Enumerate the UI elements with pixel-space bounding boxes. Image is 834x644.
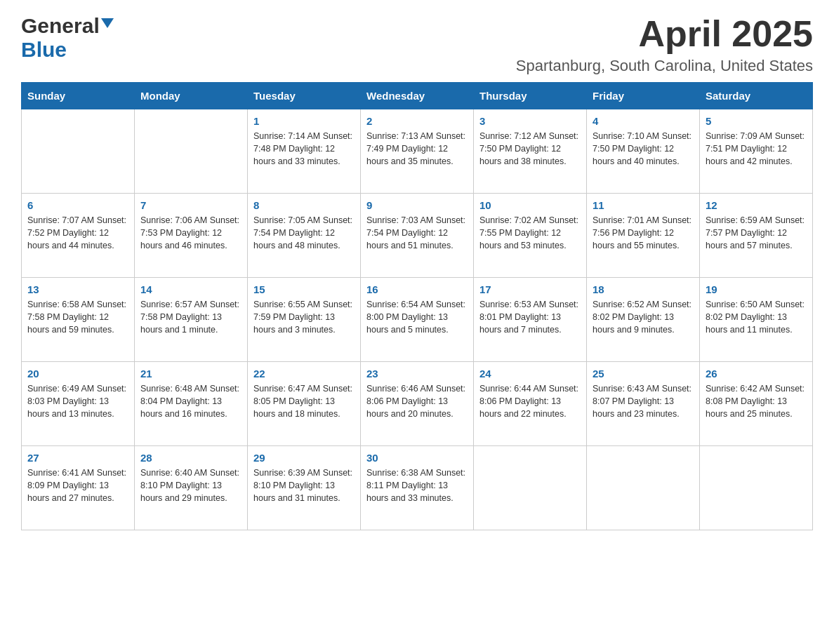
logo-blue-text: Blue: [21, 38, 67, 62]
calendar-day-28: 28Sunrise: 6:40 AM Sunset: 8:10 PM Dayli…: [135, 446, 248, 530]
day-info: Sunrise: 6:43 AM Sunset: 8:07 PM Dayligh…: [593, 382, 694, 420]
day-info: Sunrise: 7:13 AM Sunset: 7:49 PM Dayligh…: [366, 130, 468, 168]
day-info: Sunrise: 6:44 AM Sunset: 8:06 PM Dayligh…: [479, 382, 581, 420]
calendar-day-24: 24Sunrise: 6:44 AM Sunset: 8:06 PM Dayli…: [474, 362, 587, 446]
weekday-header-thursday: Thursday: [474, 83, 587, 109]
calendar-week-row: 27Sunrise: 6:41 AM Sunset: 8:09 PM Dayli…: [22, 446, 813, 530]
calendar-day-2: 2Sunrise: 7:13 AM Sunset: 7:49 PM Daylig…: [361, 109, 474, 194]
calendar-day-12: 12Sunrise: 6:59 AM Sunset: 7:57 PM Dayli…: [700, 194, 813, 278]
calendar-day-19: 19Sunrise: 6:50 AM Sunset: 8:02 PM Dayli…: [700, 278, 813, 362]
day-info: Sunrise: 6:54 AM Sunset: 8:00 PM Dayligh…: [366, 298, 468, 336]
day-number: 2: [366, 115, 468, 127]
day-info: Sunrise: 6:50 AM Sunset: 8:02 PM Dayligh…: [706, 298, 807, 336]
calendar-day-8: 8Sunrise: 7:05 AM Sunset: 7:54 PM Daylig…: [248, 194, 361, 278]
weekday-header-monday: Monday: [135, 83, 248, 109]
calendar-empty-cell: [474, 446, 587, 530]
day-number: 1: [253, 115, 355, 127]
calendar-empty-cell: [22, 109, 135, 194]
day-number: 10: [479, 199, 581, 211]
calendar-day-22: 22Sunrise: 6:47 AM Sunset: 8:05 PM Dayli…: [248, 362, 361, 446]
day-info: Sunrise: 7:07 AM Sunset: 7:52 PM Dayligh…: [27, 214, 128, 252]
day-number: 15: [253, 283, 355, 295]
calendar-day-6: 6Sunrise: 7:07 AM Sunset: 7:52 PM Daylig…: [22, 194, 135, 278]
title-area: April 2025 Spartanburg, South Carolina, …: [516, 14, 813, 75]
day-number: 19: [706, 283, 807, 295]
day-info: Sunrise: 6:47 AM Sunset: 8:05 PM Dayligh…: [253, 382, 355, 420]
calendar-day-29: 29Sunrise: 6:39 AM Sunset: 8:10 PM Dayli…: [248, 446, 361, 530]
day-info: Sunrise: 6:49 AM Sunset: 8:03 PM Dayligh…: [27, 382, 128, 420]
location-title: Spartanburg, South Carolina, United Stat…: [516, 57, 813, 75]
day-number: 23: [366, 368, 468, 380]
day-info: Sunrise: 6:39 AM Sunset: 8:10 PM Dayligh…: [253, 467, 355, 504]
day-number: 26: [706, 368, 807, 380]
day-number: 13: [27, 283, 128, 295]
calendar-empty-cell: [587, 446, 700, 530]
day-number: 5: [706, 115, 807, 127]
day-info: Sunrise: 7:10 AM Sunset: 7:50 PM Dayligh…: [593, 130, 694, 168]
calendar-day-11: 11Sunrise: 7:01 AM Sunset: 7:56 PM Dayli…: [587, 194, 700, 278]
day-number: 11: [593, 199, 694, 211]
weekday-header-row: SundayMondayTuesdayWednesdayThursdayFrid…: [22, 83, 813, 109]
calendar-day-7: 7Sunrise: 7:06 AM Sunset: 7:53 PM Daylig…: [135, 194, 248, 278]
day-number: 16: [366, 283, 468, 295]
calendar-day-4: 4Sunrise: 7:10 AM Sunset: 7:50 PM Daylig…: [587, 109, 700, 194]
calendar-day-20: 20Sunrise: 6:49 AM Sunset: 8:03 PM Dayli…: [22, 362, 135, 446]
day-number: 8: [253, 199, 355, 211]
calendar-empty-cell: [700, 446, 813, 530]
calendar-day-9: 9Sunrise: 7:03 AM Sunset: 7:54 PM Daylig…: [361, 194, 474, 278]
day-info: Sunrise: 6:48 AM Sunset: 8:04 PM Dayligh…: [140, 382, 241, 420]
logo-triangle-icon: [101, 18, 114, 34]
day-info: Sunrise: 7:06 AM Sunset: 7:53 PM Dayligh…: [140, 214, 241, 252]
day-info: Sunrise: 6:42 AM Sunset: 8:08 PM Dayligh…: [706, 382, 807, 420]
day-number: 25: [593, 368, 694, 380]
calendar-week-row: 1Sunrise: 7:14 AM Sunset: 7:48 PM Daylig…: [22, 109, 813, 194]
day-info: Sunrise: 7:14 AM Sunset: 7:48 PM Dayligh…: [253, 130, 355, 168]
day-info: Sunrise: 6:41 AM Sunset: 8:09 PM Dayligh…: [27, 467, 128, 504]
calendar-day-26: 26Sunrise: 6:42 AM Sunset: 8:08 PM Dayli…: [700, 362, 813, 446]
day-info: Sunrise: 7:02 AM Sunset: 7:55 PM Dayligh…: [479, 214, 581, 252]
day-info: Sunrise: 7:01 AM Sunset: 7:56 PM Dayligh…: [593, 214, 694, 252]
day-number: 17: [479, 283, 581, 295]
weekday-header-friday: Friday: [587, 83, 700, 109]
calendar-day-15: 15Sunrise: 6:55 AM Sunset: 7:59 PM Dayli…: [248, 278, 361, 362]
day-number: 18: [593, 283, 694, 295]
calendar-week-row: 13Sunrise: 6:58 AM Sunset: 7:58 PM Dayli…: [22, 278, 813, 362]
day-info: Sunrise: 6:46 AM Sunset: 8:06 PM Dayligh…: [366, 382, 468, 420]
weekday-header-saturday: Saturday: [700, 83, 813, 109]
calendar-day-3: 3Sunrise: 7:12 AM Sunset: 7:50 PM Daylig…: [474, 109, 587, 194]
logo-general-text: General: [21, 14, 100, 38]
day-info: Sunrise: 6:40 AM Sunset: 8:10 PM Dayligh…: [140, 467, 241, 504]
calendar-day-17: 17Sunrise: 6:53 AM Sunset: 8:01 PM Dayli…: [474, 278, 587, 362]
day-info: Sunrise: 7:12 AM Sunset: 7:50 PM Dayligh…: [479, 130, 581, 168]
svg-marker-0: [101, 18, 114, 28]
day-info: Sunrise: 6:38 AM Sunset: 8:11 PM Dayligh…: [366, 467, 468, 504]
calendar-day-10: 10Sunrise: 7:02 AM Sunset: 7:55 PM Dayli…: [474, 194, 587, 278]
calendar-day-18: 18Sunrise: 6:52 AM Sunset: 8:02 PM Dayli…: [587, 278, 700, 362]
day-number: 21: [140, 368, 241, 380]
day-info: Sunrise: 6:57 AM Sunset: 7:58 PM Dayligh…: [140, 298, 241, 336]
day-info: Sunrise: 6:52 AM Sunset: 8:02 PM Dayligh…: [593, 298, 694, 336]
logo: General Blue: [21, 14, 114, 62]
calendar-day-23: 23Sunrise: 6:46 AM Sunset: 8:06 PM Dayli…: [361, 362, 474, 446]
day-info: Sunrise: 6:55 AM Sunset: 7:59 PM Dayligh…: [253, 298, 355, 336]
weekday-header-sunday: Sunday: [22, 83, 135, 109]
day-number: 7: [140, 199, 241, 211]
weekday-header-tuesday: Tuesday: [248, 83, 361, 109]
calendar-day-27: 27Sunrise: 6:41 AM Sunset: 8:09 PM Dayli…: [22, 446, 135, 530]
day-number: 29: [253, 452, 355, 464]
day-info: Sunrise: 6:59 AM Sunset: 7:57 PM Dayligh…: [706, 214, 807, 252]
calendar-day-5: 5Sunrise: 7:09 AM Sunset: 7:51 PM Daylig…: [700, 109, 813, 194]
day-number: 20: [27, 368, 128, 380]
day-number: 6: [27, 199, 128, 211]
calendar-day-13: 13Sunrise: 6:58 AM Sunset: 7:58 PM Dayli…: [22, 278, 135, 362]
weekday-header-wednesday: Wednesday: [361, 83, 474, 109]
calendar-day-16: 16Sunrise: 6:54 AM Sunset: 8:00 PM Dayli…: [361, 278, 474, 362]
day-number: 4: [593, 115, 694, 127]
day-number: 30: [366, 452, 468, 464]
day-info: Sunrise: 7:03 AM Sunset: 7:54 PM Dayligh…: [366, 214, 468, 252]
calendar-empty-cell: [135, 109, 248, 194]
calendar-week-row: 20Sunrise: 6:49 AM Sunset: 8:03 PM Dayli…: [22, 362, 813, 446]
day-number: 12: [706, 199, 807, 211]
day-info: Sunrise: 7:09 AM Sunset: 7:51 PM Dayligh…: [706, 130, 807, 168]
calendar-day-14: 14Sunrise: 6:57 AM Sunset: 7:58 PM Dayli…: [135, 278, 248, 362]
